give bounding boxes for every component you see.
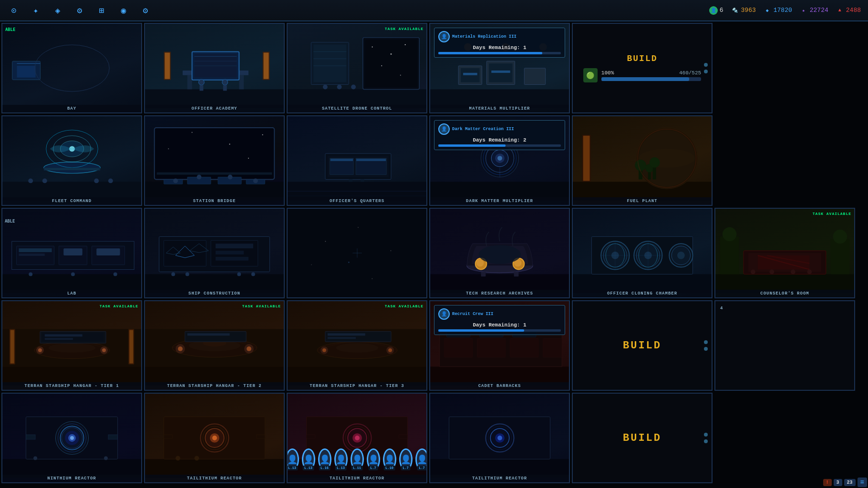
room-officer-academy[interactable]: OFFICER ACADEMY: [144, 23, 285, 113]
room-officers-quarters[interactable]: OFFICER'S QUARTERS: [287, 115, 427, 206]
svg-rect-221: [328, 333, 365, 336]
char-7[interactable]: 👤 L.10: [383, 448, 396, 470]
dm-task-name: Dark Matter Creation III: [452, 127, 514, 132]
char-8[interactable]: 👤 L.7: [399, 448, 413, 470]
svg-point-143: [372, 278, 372, 279]
char-9[interactable]: 👤 L.7: [415, 448, 428, 470]
room-tail3[interactable]: TAILITHIUM REACTOR: [429, 393, 570, 483]
hangar2-task-badge: TASK AVAILABLE: [242, 304, 281, 308]
warning-badge: !: [823, 479, 832, 486]
room-cloning-chamber[interactable]: OFFICER CLONING CHAMBER: [572, 208, 713, 298]
room-bay[interactable]: ABLE BAY: [1, 23, 142, 113]
room-tail2[interactable]: 👤 L.13 👤 L.13 👤 L.16 👤 L.13 👤 L.11 👤: [287, 393, 427, 483]
nav-icon-grid[interactable]: ⊞: [95, 4, 108, 17]
room-tech-archives-label: TECH RESEARCH ARCHIVES: [430, 290, 569, 297]
health-bar-container: 100% 460/525: [601, 70, 701, 81]
svg-rect-194: [10, 330, 14, 363]
svg-rect-86: [349, 179, 352, 182]
svg-point-270: [497, 436, 502, 440]
fuel-icon: ▲: [836, 6, 844, 15]
nav-icon-ship[interactable]: ◈: [51, 4, 64, 17]
svg-point-65: [262, 134, 263, 135]
svg-rect-196: [129, 330, 133, 363]
special-value: 22724: [810, 7, 828, 14]
char-4[interactable]: 👤 L.13: [334, 448, 348, 470]
build-label-top: BUILD: [627, 54, 657, 63]
nav-icon-tools[interactable]: ⚙: [73, 4, 86, 17]
svg-point-142: [311, 264, 312, 265]
svg-rect-242: [108, 435, 118, 439]
char-2[interactable]: 👤 L.13: [302, 448, 315, 470]
nav-icon-settings[interactable]: ⚙: [139, 4, 152, 17]
nav-icon-home[interactable]: ⊙: [7, 4, 21, 17]
build-dots-top: [704, 63, 708, 73]
dot: [704, 70, 708, 73]
room-tail1[interactable]: TAILITHIUM REACTOR: [144, 393, 285, 483]
count-badge-2: 23: [844, 479, 856, 486]
svg-point-38: [351, 85, 356, 90]
room-fuel-plant[interactable]: FUEL PLANT: [572, 115, 713, 206]
svg-point-104: [635, 160, 646, 171]
room-hangar2[interactable]: TASK AVAILABLE TERRAN STARSHIP HANGAR - …: [144, 300, 285, 391]
room-materials-multiplier[interactable]: 👤 Materials Replication III Days Remaini…: [429, 23, 570, 113]
svg-point-62: [108, 178, 113, 183]
satellite-task-badge: TASK AVAILABLE: [385, 27, 424, 31]
room-ninthium[interactable]: NINTHIUM REACTOR: [1, 393, 142, 483]
svg-rect-121: [96, 248, 120, 255]
room-dark-matter[interactable]: 👤 Dark Matter Creation III Days Remainin…: [429, 115, 570, 206]
room-cadet-barracks[interactable]: 👤 Recruit Crew III Days Remaining: 1 CAD…: [429, 300, 570, 391]
room-build-right3[interactable]: BUILD: [572, 393, 713, 483]
char-4-level: L.13: [335, 466, 347, 470]
room-dark-matter-label: DARK MATTER MULTIPLIER: [430, 197, 569, 205]
svg-rect-152: [514, 272, 519, 276]
nav-icon-people[interactable]: ◉: [117, 4, 130, 17]
char-5[interactable]: 👤 L.11: [351, 448, 364, 470]
svg-rect-8: [187, 75, 192, 90]
room-tail2-label: TAILITHIUM REACTOR: [288, 475, 426, 482]
svg-point-182: [723, 227, 737, 242]
materials-task-avatar: 👤: [438, 31, 450, 42]
health-bar: [601, 77, 701, 81]
cadet-task-title: 👤 Recruit Crew III: [438, 308, 561, 320]
svg-rect-44: [524, 68, 545, 85]
svg-point-59: [28, 178, 33, 183]
materials-value: 3963: [741, 7, 756, 14]
room-build-right2[interactable]: BUILD: [572, 300, 713, 391]
svg-point-184: [833, 230, 847, 244]
svg-point-188: [49, 343, 96, 353]
nav-icon-star[interactable]: ✦: [29, 4, 42, 17]
svg-point-136: [186, 272, 189, 276]
build-label-r3: BUILD: [623, 432, 661, 444]
svg-rect-87: [361, 179, 364, 182]
svg-point-179: [791, 270, 796, 274]
svg-rect-181: [720, 236, 739, 274]
char-1[interactable]: 👤 L.13: [287, 448, 299, 470]
menu-icon[interactable]: ≡: [858, 478, 867, 487]
room-row4-partial[interactable]: 4: [714, 300, 855, 391]
room-counselor[interactable]: TASK AVAILABLE COUNSELOR'S ROOM: [714, 208, 855, 298]
room-lab[interactable]: ABLE LAB: [1, 208, 142, 298]
fuel-value: 2488: [846, 7, 861, 14]
room-empty[interactable]: [287, 208, 427, 298]
char-6[interactable]: 👤 L.7: [367, 448, 380, 470]
room-ship-construction[interactable]: SHIP CONSTRUCTION: [144, 208, 285, 298]
svg-rect-71: [164, 179, 182, 184]
top-bar: ⊙ ✦ ◈ ⚙ ⊞ ◉ ⚙ 👤 6 🔩 3963 ◆ 17820 ★ 22724…: [0, 0, 868, 21]
room-satellite[interactable]: TASK AVAILABLE SATELLITE DRONE CONTROL: [287, 23, 427, 113]
svg-rect-199: [45, 334, 83, 336]
svg-point-76: [197, 175, 202, 180]
svg-rect-225: [444, 338, 473, 357]
room-tech-archives[interactable]: TECH RESEARCH ARCHIVES: [429, 208, 570, 298]
room-hangar3[interactable]: TASK AVAILABLE TERRAN STARSHIP HANGAR - …: [287, 300, 427, 391]
svg-rect-252: [164, 435, 172, 438]
resource-fuel: ▲ 2488: [836, 6, 861, 15]
room-fleet-command[interactable]: FLEET COMMAND: [1, 115, 142, 206]
room-hangar1[interactable]: TASK AVAILABLE TERRAN STARSHIP HANGAR - …: [1, 300, 142, 391]
room-station-bridge[interactable]: STATION BRIDGE: [144, 115, 285, 206]
char-3[interactable]: 👤 L.16: [318, 448, 331, 470]
room-lab-label: LAB: [2, 290, 141, 297]
room-satellite-label: SATELLITE DRONE CONTROL: [288, 105, 426, 112]
main-grid: ABLE BAY: [0, 21, 868, 488]
room-counselor-label: COUNSELOR'S ROOM: [715, 290, 854, 297]
svg-rect-264: [399, 435, 408, 438]
